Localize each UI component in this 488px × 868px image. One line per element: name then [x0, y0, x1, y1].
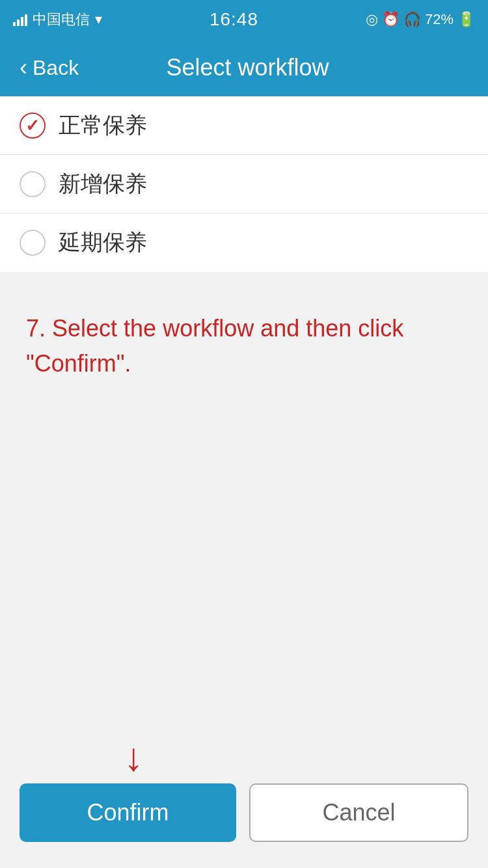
workflow-option-delayed[interactable]: 延期保养	[0, 213, 488, 272]
nav-bar: ‹ Back Select workflow	[0, 39, 488, 96]
workflow-label-normal: 正常保养	[59, 111, 147, 141]
back-arrow-icon: ‹	[20, 56, 27, 79]
back-button[interactable]: ‹ Back	[20, 56, 79, 80]
status-right: ◎ ⏰ 🎧 72% 🔋	[366, 11, 475, 28]
confirm-button[interactable]: Confirm	[20, 783, 236, 842]
down-arrow-icon: ↓	[124, 738, 143, 777]
status-bar: 中国电信 ▾ 16:48 ◎ ⏰ 🎧 72% 🔋	[0, 0, 488, 39]
back-label: Back	[33, 56, 79, 80]
battery-label: 72%	[425, 11, 454, 28]
arrow-container: ↓	[20, 738, 468, 777]
instruction-text: 7. Select the workflow and then click "C…	[26, 311, 462, 381]
signal-icon	[13, 13, 27, 26]
headphone-icon: 🎧	[403, 11, 421, 28]
location-icon: ◎	[366, 11, 378, 28]
workflow-list: 正常保养 新增保养 延期保养	[0, 96, 488, 272]
cancel-button[interactable]: Cancel	[249, 783, 468, 842]
instruction-area: 7. Select the workflow and then click "C…	[0, 272, 488, 714]
status-left: 中国电信 ▾	[13, 10, 102, 29]
alarm-icon: ⏰	[382, 11, 400, 28]
workflow-option-normal[interactable]: 正常保养	[0, 96, 488, 155]
radio-new[interactable]	[20, 171, 46, 197]
buttons-row: Confirm Cancel	[20, 783, 468, 842]
bottom-area: ↓ Confirm Cancel	[0, 725, 488, 868]
status-time: 16:48	[210, 9, 258, 30]
wifi-icon: ▾	[95, 11, 102, 28]
radio-normal[interactable]	[20, 113, 46, 139]
workflow-label-delayed: 延期保养	[59, 228, 147, 258]
page-title: Select workflow	[79, 54, 416, 81]
battery-icon: 🔋	[457, 11, 475, 28]
carrier-label: 中国电信	[33, 10, 90, 29]
workflow-option-new[interactable]: 新增保养	[0, 155, 488, 213]
workflow-label-new: 新增保养	[59, 169, 147, 199]
radio-delayed[interactable]	[20, 230, 46, 256]
